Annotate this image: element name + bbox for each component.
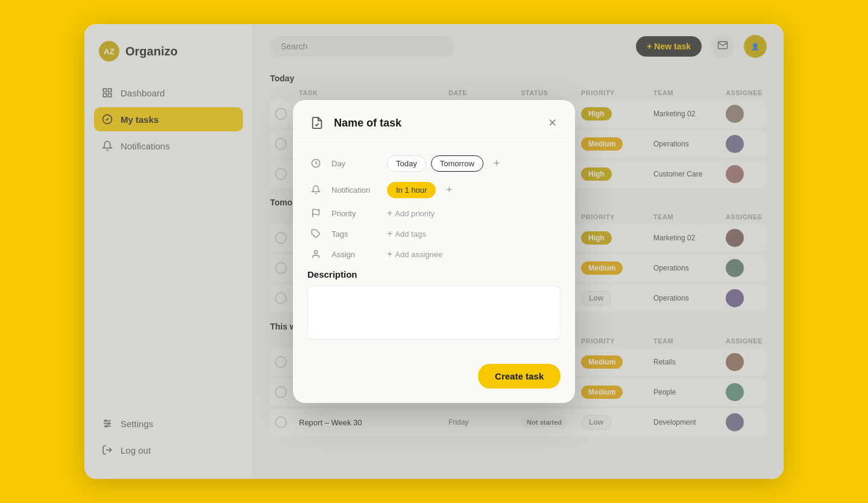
modal-header: ✕ [293, 100, 575, 143]
in-1-hour-pill[interactable]: In 1 hour [387, 182, 436, 198]
add-priority-button[interactable]: + Add priority [387, 208, 435, 219]
tag-icon [307, 229, 324, 239]
day-content: Today Tomorrow + [387, 155, 561, 172]
day-label: Day [332, 159, 380, 168]
bell-field-icon [307, 185, 324, 195]
add-day-button[interactable]: + [488, 155, 505, 172]
priority-field: Priority + Add priority [307, 208, 561, 219]
add-tags-button[interactable]: + Add tags [387, 228, 426, 239]
priority-content: + Add priority [387, 208, 561, 219]
modal-footer: Create task [293, 354, 575, 403]
description-section: Description [307, 269, 561, 342]
flag-icon [307, 208, 324, 218]
notification-content: In 1 hour + [387, 181, 561, 198]
priority-label: Priority [332, 209, 380, 218]
assign-content: + Add assignee [387, 249, 561, 260]
add-notification-button[interactable]: + [441, 181, 458, 198]
notification-label: Notification [332, 186, 380, 195]
app-container: AZ Organizo Dashboard [84, 24, 784, 479]
plus-icon: + [446, 184, 453, 196]
description-textarea[interactable] [307, 286, 561, 340]
modal-overlay[interactable]: ✕ Day Today [84, 24, 784, 479]
clock-icon [307, 158, 324, 168]
create-task-modal: ✕ Day Today [293, 100, 575, 403]
add-assignee-button[interactable]: + Add assignee [387, 249, 442, 260]
task-name-input[interactable] [334, 117, 536, 130]
day-field: Day Today Tomorrow + [307, 155, 561, 172]
today-pill[interactable]: Today [387, 155, 426, 172]
description-label: Description [307, 269, 561, 280]
create-task-button[interactable]: Create task [478, 364, 561, 389]
task-icon [307, 113, 327, 133]
tags-content: + Add tags [387, 228, 561, 239]
tags-label: Tags [332, 230, 380, 239]
assign-field: Assign + Add assignee [307, 249, 561, 260]
tags-field: Tags + Add tags [307, 228, 561, 239]
tomorrow-pill[interactable]: Tomorrow [431, 155, 483, 172]
assign-label: Assign [332, 250, 380, 259]
modal-close-button[interactable]: ✕ [544, 114, 561, 131]
plus-icon: + [494, 157, 500, 170]
modal-body: Day Today Tomorrow + [293, 143, 575, 354]
user-icon [307, 249, 324, 259]
svg-point-15 [314, 251, 317, 254]
close-icon: ✕ [548, 116, 557, 130]
notification-field: Notification In 1 hour + [307, 181, 561, 198]
